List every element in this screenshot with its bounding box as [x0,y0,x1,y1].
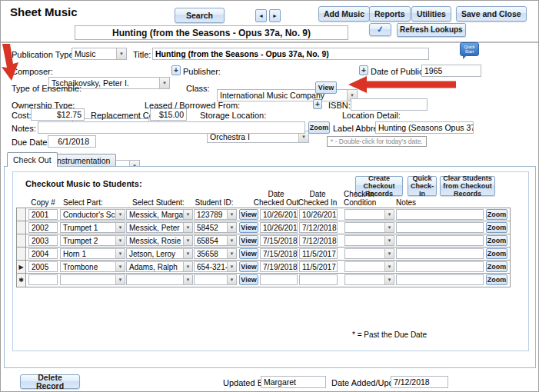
chevron-down-icon[interactable]: ▼ [183,223,192,232]
chevron-down-icon[interactable]: ▼ [384,223,394,232]
updated-by-input[interactable]: Margaret [261,376,326,388]
reports-button[interactable]: Reports [369,6,411,22]
isbn-input[interactable] [351,98,428,111]
date-checked-in-input[interactable]: 7/12/2018 [299,222,338,233]
check-in-condition-combo[interactable]: ▼ [344,235,394,246]
student-id-combo[interactable]: ▼ [194,274,237,285]
student-view-button[interactable]: View [239,222,258,233]
date-checked-out-input[interactable] [260,274,298,285]
student-view-button[interactable]: View [239,209,258,220]
chevron-down-icon[interactable]: ▼ [115,210,125,219]
select-part-combo[interactable]: ▼ [60,274,125,285]
class-view-button[interactable]: View [315,81,337,94]
date-added-updated-input[interactable]: 7/12/2018 [391,376,448,388]
clear-students-button[interactable]: Clear Students from Checkout Records [440,176,495,196]
select-part-combo[interactable]: Trumpet 1▼ [60,222,125,233]
chevron-down-icon[interactable]: ▼ [227,236,236,245]
row-notes-input[interactable] [396,209,484,220]
select-student-combo[interactable]: Messick, Peter▼ [126,222,193,233]
record-selector[interactable] [17,247,26,260]
search-button[interactable]: Search [175,8,225,23]
select-student-combo[interactable]: Jetson, Leroy▼ [126,248,193,259]
check-in-condition-combo[interactable]: ▼ [344,274,394,285]
check-in-condition-combo[interactable]: ▼ [344,222,394,233]
date-checked-out-input[interactable]: 7/15/2018 [260,235,298,246]
delete-record-button[interactable]: Delete Record [20,374,80,389]
chevron-down-icon[interactable]: ▼ [384,210,394,219]
title-input[interactable]: Hunting (from the Seasons - Opus 37a, No… [152,48,429,60]
student-id-combo[interactable]: 65854▼ [194,235,237,246]
chevron-down-icon[interactable]: ▼ [227,275,236,284]
add-publisher-button[interactable]: + [359,65,368,75]
due-date-input[interactable]: 6/1/2018 [48,135,96,148]
cost-input[interactable]: $12.75 [31,108,85,121]
student-id-combo[interactable]: 654-321-587▼ [194,261,237,272]
select-part-combo[interactable]: Trumpet 2▼ [60,235,125,246]
chevron-down-icon[interactable]: ▼ [384,249,394,258]
date-checked-out-input[interactable]: 10/26/2017 [260,209,298,220]
chevron-down-icon[interactable]: ▼ [115,275,125,284]
check-in-condition-combo[interactable]: ▼ [344,209,394,220]
spellcheck-button[interactable]: ✓ [369,23,391,36]
chevron-down-icon[interactable]: ▼ [227,262,236,271]
row-notes-input[interactable] [396,235,484,246]
chevron-down-icon[interactable]: ▼ [115,223,125,232]
date-checked-in-input[interactable]: 10/26/2017 [299,209,338,220]
row-zoom-button[interactable]: Zoom [486,261,507,272]
chevron-down-icon[interactable]: ▼ [183,236,192,245]
copy-number-input[interactable] [28,274,58,285]
chevron-down-icon[interactable]: ▼ [183,249,192,258]
select-student-combo[interactable]: ▼ [126,274,193,285]
utilities-button[interactable]: Utilities [411,6,451,22]
previous-record-button[interactable]: ◄ [255,9,267,22]
copy-number-input[interactable]: 2004 [28,248,58,259]
student-id-combo[interactable]: 58452▼ [194,222,237,233]
row-zoom-button[interactable]: Zoom [486,274,507,285]
chevron-down-icon[interactable]: ▼ [115,249,125,258]
notes-zoom-button[interactable]: Zoom [308,121,330,134]
date-checked-out-input[interactable]: 7/15/2018 [260,248,298,259]
copy-number-input[interactable]: 2003 [28,235,58,246]
row-notes-input[interactable] [396,222,484,233]
chevron-down-icon[interactable]: ▼ [227,210,236,219]
date-checked-in-input[interactable]: 11/5/2017 [299,261,338,272]
check-in-condition-combo[interactable]: ▼ [344,248,394,259]
row-zoom-button[interactable]: Zoom [486,248,507,259]
chevron-down-icon[interactable]: ▼ [183,210,192,219]
publication-type-combo[interactable]: Music▼ [72,48,127,60]
student-id-combo[interactable]: 123789▼ [194,209,237,220]
select-part-combo[interactable]: Horn 1▼ [60,248,125,259]
next-record-button[interactable]: ► [269,9,281,22]
chevron-down-icon[interactable]: ▼ [384,236,394,245]
refresh-lookups-button[interactable]: Refresh Lookups [397,23,466,37]
chevron-down-icon[interactable]: ▼ [115,262,125,271]
chevron-down-icon[interactable]: ▼ [183,262,192,271]
date-checked-in-input[interactable]: 11/5/2017 [299,248,338,259]
student-view-button[interactable]: View [239,248,258,259]
current-record-selector-icon[interactable]: ▶ [17,261,26,273]
chevron-down-icon[interactable]: ▼ [227,223,236,232]
quick-check-in-button[interactable]: Quick Check-In [408,176,437,196]
add-leased-from-button[interactable]: + [313,99,322,109]
new-record-asterisk-icon[interactable]: ✱ [17,274,26,287]
add-composer-button[interactable]: + [171,65,181,75]
select-part-combo[interactable]: Trombone▼ [60,261,125,272]
chevron-down-icon[interactable]: ▼ [183,275,192,284]
row-notes-input[interactable] [396,261,484,272]
record-selector[interactable] [17,221,26,234]
student-id-combo[interactable]: 35658▼ [194,248,237,259]
date-checked-in-input[interactable]: 7/12/2018 [299,235,338,246]
row-zoom-button[interactable]: Zoom [486,235,507,246]
date-checked-out-input[interactable]: 7/19/2018 [260,261,298,272]
select-student-combo[interactable]: Messick, Margaret▼ [126,209,193,220]
date-of-publication-input[interactable]: 1965 [421,65,481,77]
copy-number-input[interactable]: 2002 [28,222,58,233]
chevron-down-icon[interactable]: ▼ [227,249,236,258]
copy-number-input[interactable]: 2005 [28,261,58,272]
label-abbrev-input[interactable]: Hunting (Seasons Opus 37a) [375,121,474,134]
tab-instrumentation[interactable]: Instrumentation [48,154,116,166]
quick-start-bubble-icon[interactable]: Quick Start [460,42,479,56]
student-view-button[interactable]: View [239,261,258,272]
select-student-combo[interactable]: Adams, Ralph▼ [126,261,193,272]
tab-check-out[interactable]: Check Out [7,152,58,167]
